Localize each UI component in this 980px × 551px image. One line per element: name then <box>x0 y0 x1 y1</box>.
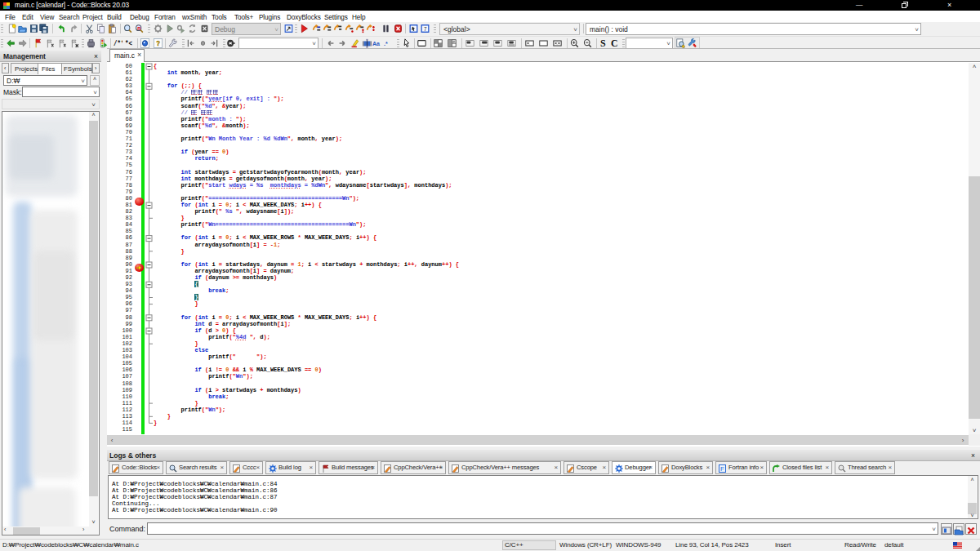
svg-text:Aa: Aa <box>372 40 381 47</box>
svg-text:.*: .* <box>384 40 388 47</box>
svg-text:F: F <box>720 465 724 473</box>
svg-text:/**: /** <box>114 40 122 47</box>
svg-text:?: ? <box>156 40 160 47</box>
svg-text:7: 7 <box>424 25 427 31</box>
svg-text:*<: *< <box>125 40 132 47</box>
